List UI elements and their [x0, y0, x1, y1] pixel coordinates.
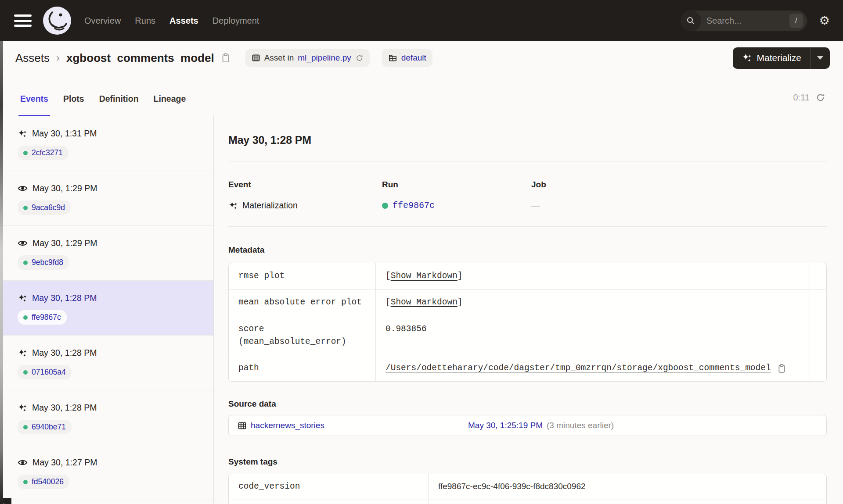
run-id-link[interactable]: 9ebc9fd8	[32, 258, 63, 267]
run-id-badge[interactable]: ffe9867c	[18, 310, 67, 325]
tab-lineage[interactable]: Lineage	[152, 94, 188, 116]
materialization-icon	[18, 403, 27, 413]
asset-tabs: Events Plots Definition Lineage 0:11	[0, 75, 843, 116]
metadata-value: 0.983856	[376, 316, 810, 355]
source-data-heading: Source data	[228, 399, 827, 409]
reload-code-location-icon[interactable]	[355, 54, 364, 62]
event-list-item[interactable]: May 30, 1:28 PM ffe9867c	[0, 281, 213, 336]
event-timestamp: May 30, 1:28 PM	[32, 348, 97, 358]
copy-path-icon[interactable]	[777, 363, 786, 374]
event-label: Event	[228, 180, 382, 189]
run-status-dot	[23, 261, 28, 265]
event-timestamp: May 30, 1:27 PM	[32, 458, 97, 468]
event-list-item[interactable]: May 30, 1:28 PM 6940be71	[0, 390, 213, 445]
show-markdown-link[interactable]: [Show Markdown]	[385, 297, 463, 307]
run-id-link[interactable]: fd540026	[32, 477, 64, 486]
refresh-icon[interactable]	[815, 93, 825, 103]
materialization-icon	[18, 293, 27, 303]
nav-item-runs[interactable]: Runs	[135, 16, 155, 26]
group-link[interactable]: default	[401, 53, 426, 63]
run-id-badge[interactable]: fd540026	[18, 475, 69, 489]
event-timestamp: May 30, 1:29 PM	[32, 238, 97, 248]
run-id-link[interactable]: 9aca6c9d	[32, 203, 65, 212]
metadata-key: rmse plot	[229, 263, 376, 289]
settings-gear-icon[interactable]: ⚙	[819, 15, 830, 27]
copy-asset-name-icon[interactable]	[221, 52, 231, 64]
table-row	[229, 500, 826, 504]
table-row: hackernews_stories May 30, 1:25:19 PM (3…	[229, 415, 826, 436]
tag-value: ffe9867c-ec9c-4f06-939c-f8dc830c0962	[429, 474, 826, 499]
source-asset-link[interactable]: hackernews_stories	[251, 421, 324, 430]
system-tags-table: code_version ffe9867c-ec9c-4f06-939c-f8d…	[228, 474, 827, 504]
event-list-item[interactable]: May 30, 1:28 PM 071605a4	[0, 336, 213, 390]
code-location-link[interactable]: ml_pipeline.py	[298, 53, 351, 63]
materialize-button[interactable]: Materialize	[733, 47, 810, 69]
asset-header: Assets › xgboost_comments_model Asset in…	[0, 41, 843, 75]
run-label: Run	[382, 180, 531, 189]
nav-item-deployment[interactable]: Deployment	[213, 16, 259, 26]
run-id-link[interactable]: 6940be71	[32, 422, 66, 432]
materialize-dropdown-button[interactable]	[811, 47, 830, 69]
tab-events[interactable]: Events	[18, 94, 50, 116]
primary-nav: Overview Runs Assets Deployment	[84, 16, 259, 26]
menu-icon[interactable]	[14, 14, 32, 27]
dagster-logo[interactable]	[43, 7, 71, 35]
run-id-link[interactable]: ffe9867c	[32, 313, 61, 322]
group-icon	[388, 54, 397, 62]
run-id-badge[interactable]: 6940be71	[18, 420, 72, 434]
table-row: path /Users/odetteharary/code/dagster/tm…	[229, 355, 826, 381]
event-detail-panel: May 30, 1:28 PM Event Materialization	[214, 116, 843, 504]
search-shortcut-key: /	[789, 14, 803, 28]
nav-item-assets[interactable]: Assets	[169, 16, 198, 26]
run-status-dot	[23, 425, 28, 429]
run-id-link[interactable]: 2cfc3271	[32, 148, 63, 157]
event-list-item[interactable]: May 30, 1:29 PM 9aca6c9d	[0, 171, 213, 226]
run-id-link[interactable]: 071605a4	[32, 368, 66, 377]
event-list-item[interactable]: May 30, 1:29 PM 9ebc9fd8	[0, 226, 213, 281]
materialize-sparkle-icon	[742, 53, 752, 63]
run-id-badge[interactable]: 071605a4	[18, 365, 72, 379]
top-nav: Overview Runs Assets Deployment Search..…	[0, 0, 843, 41]
table-icon	[238, 421, 247, 430]
metadata-key: mean_absolute_error plot	[229, 290, 376, 315]
event-type-value: Materialization	[242, 200, 298, 211]
asset-definition-badge: Asset in ml_pipeline.py	[245, 49, 370, 67]
event-list-item[interactable]: May 30, 1:31 PM 2cfc3271	[0, 116, 213, 171]
job-value: —	[531, 200, 540, 211]
search-input[interactable]: Search... /	[681, 11, 807, 31]
source-timestamp-link[interactable]: May 30, 1:25:19 PM	[468, 421, 543, 430]
materialization-icon	[18, 348, 27, 358]
event-list-sidebar: May 30, 1:31 PM 2cfc3271 May 30, 1:29 PM…	[0, 116, 214, 504]
event-timestamp: May 30, 1:28 PM	[32, 293, 97, 303]
materialization-icon	[228, 201, 238, 211]
asset-name-title: xgboost_comments_model	[66, 51, 214, 65]
nav-item-overview[interactable]: Overview	[84, 16, 121, 26]
run-status-dot	[23, 206, 28, 210]
search-placeholder: Search...	[706, 16, 789, 26]
metadata-heading: Metadata	[228, 245, 827, 255]
system-tags-heading: System tags	[228, 457, 827, 467]
run-id-badge[interactable]: 9aca6c9d	[18, 200, 71, 215]
metadata-key: path	[229, 355, 376, 381]
auto-refresh-countdown: 0:11	[793, 93, 810, 103]
path-link[interactable]: /Users/odetteharary/code/dagster/tmp_0mz…	[385, 362, 771, 375]
observation-icon	[18, 238, 28, 248]
show-markdown-link[interactable]: [Show Markdown]	[385, 271, 463, 281]
tab-definition[interactable]: Definition	[97, 94, 140, 116]
asset-in-label: Asset in	[264, 53, 294, 63]
run-id-link[interactable]: ffe9867c	[393, 200, 435, 211]
window-edge-artifact	[0, 41, 3, 504]
run-id-badge[interactable]: 9ebc9fd8	[18, 255, 69, 270]
observation-icon	[18, 183, 28, 193]
source-data-table: hackernews_stories May 30, 1:25:19 PM (3…	[228, 415, 827, 436]
chevron-down-icon	[817, 56, 823, 60]
materialization-icon	[18, 129, 27, 139]
event-list-item[interactable]: May 30, 1:27 PM fd540026	[0, 445, 213, 500]
tab-plots[interactable]: Plots	[61, 94, 86, 116]
event-timestamp: May 30, 1:29 PM	[32, 183, 97, 193]
breadcrumb-assets-link[interactable]: Assets	[15, 51, 50, 65]
run-status-dot	[23, 480, 28, 484]
asset-group-badge: default	[382, 49, 432, 67]
run-id-badge[interactable]: 2cfc3271	[18, 146, 68, 160]
job-label: Job	[531, 180, 827, 189]
